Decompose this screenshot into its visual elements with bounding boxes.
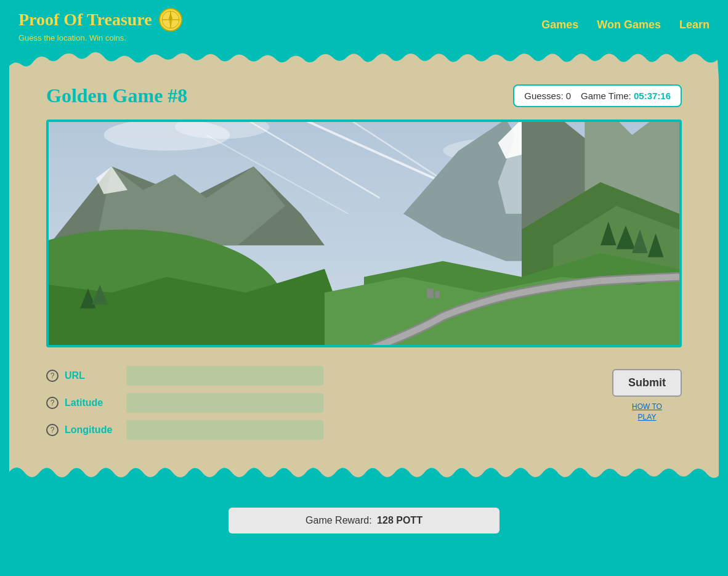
- guesses-value: 0: [566, 91, 571, 101]
- svg-rect-30: [427, 289, 433, 298]
- reward-bar: Game Reward: 128 POTT: [229, 508, 499, 533]
- app-title: Proof Of Treasure: [18, 10, 152, 30]
- longitude-help-icon[interactable]: ?: [46, 424, 59, 436]
- app-subtitle: Guess the location. Win coins.: [18, 33, 183, 43]
- guesses-label: Guesses:: [524, 91, 566, 101]
- game-time-label: Game Time:: [581, 91, 634, 101]
- compass-icon: [158, 7, 183, 32]
- torn-paper-top: [9, 47, 719, 78]
- logo-title: Proof Of Treasure: [18, 7, 183, 32]
- url-field-row: ? URL: [46, 366, 600, 386]
- logo-area: Proof Of Treasure Guess the location. Wi…: [18, 7, 183, 43]
- torn-top-edge: [9, 47, 719, 78]
- latitude-label: Latitude: [65, 397, 120, 408]
- game-title: Golden Game #8: [46, 84, 187, 107]
- torn-paper-bottom: [9, 458, 719, 492]
- nav-learn[interactable]: Learn: [679, 18, 710, 31]
- svg-rect-31: [435, 291, 440, 298]
- submit-button[interactable]: Submit: [612, 369, 682, 397]
- footer: Game Reward: 128 POTT: [0, 492, 728, 549]
- game-time-value: 05:37:16: [634, 91, 671, 101]
- longitude-field-row: ? Longitude: [46, 420, 600, 440]
- streetview-container[interactable]: Google: [46, 120, 682, 347]
- nav-won-games[interactable]: Won Games: [597, 18, 661, 31]
- how-to-play-link[interactable]: HOW TOPLAY: [632, 402, 662, 423]
- mountain-scene: Google: [49, 122, 679, 345]
- input-area: ? URL ? Latitude ? Longitude: [46, 366, 682, 440]
- paper-body: Golden Game #8 Guesses: 0Game Time: 05:3…: [9, 78, 719, 458]
- latitude-input[interactable]: [126, 393, 323, 413]
- url-label: URL: [65, 370, 120, 381]
- game-stats: Guesses: 0Game Time: 05:37:16: [513, 84, 682, 107]
- submit-column: Submit HOW TOPLAY: [612, 366, 682, 423]
- reward-prefix: Game Reward:: [305, 515, 372, 525]
- navigation: Games Won Games Learn: [541, 18, 710, 31]
- header: Proof Of Treasure Guess the location. Wi…: [0, 0, 728, 47]
- nav-games[interactable]: Games: [541, 18, 578, 31]
- reward-amount: 128 POTT: [377, 515, 423, 525]
- url-input[interactable]: [126, 366, 323, 386]
- torn-bottom-edge: [9, 458, 719, 492]
- longitude-label: Longitude: [65, 424, 120, 436]
- latitude-help-icon[interactable]: ?: [46, 397, 59, 409]
- game-header: Golden Game #8 Guesses: 0Game Time: 05:3…: [46, 84, 682, 107]
- latitude-field-row: ? Latitude: [46, 393, 600, 413]
- longitude-input[interactable]: [126, 420, 323, 440]
- url-help-icon[interactable]: ?: [46, 370, 59, 382]
- fields-column: ? URL ? Latitude ? Longitude: [46, 366, 600, 440]
